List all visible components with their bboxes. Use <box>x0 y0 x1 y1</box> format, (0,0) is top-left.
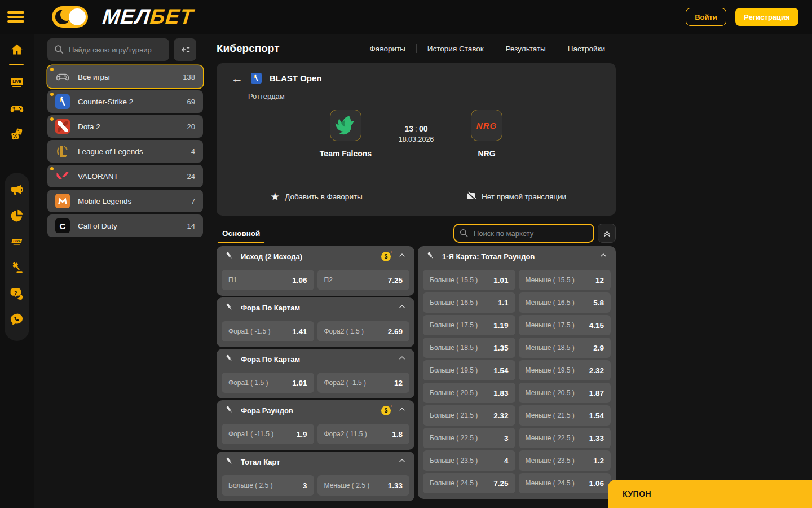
pin-icon[interactable] <box>224 302 234 314</box>
header-link-2[interactable]: История Ставок <box>417 45 495 53</box>
odds-cell[interactable]: Меньше ( 18.5 )2.9 <box>519 338 611 358</box>
back-arrow-icon[interactable]: ← <box>231 72 243 84</box>
collapse-all-markets-icon[interactable] <box>598 224 616 243</box>
odds-cell[interactable]: Больше ( 15.5 )1.01 <box>423 270 515 290</box>
odds-cell[interactable]: Фора2 ( 11.5 )1.8 <box>317 424 410 444</box>
register-button[interactable]: Регистрация <box>735 8 798 26</box>
dice-icon[interactable] <box>9 126 25 142</box>
pin-icon[interactable] <box>426 251 435 262</box>
home-icon[interactable] <box>9 42 25 58</box>
odds-value: 1.06 <box>589 479 604 488</box>
odds-label: Больше ( 18.5 ) <box>430 344 478 352</box>
chevron-up-icon[interactable] <box>398 302 407 313</box>
odds-cell[interactable]: Фора1 ( 1.5 )1.01 <box>222 373 314 393</box>
odds-cell[interactable]: Фора1 ( -11.5 )1.9 <box>222 424 314 444</box>
odds-cell[interactable]: Больше ( 21.5 )2.32 <box>423 405 515 426</box>
odds-cell[interactable]: Меньше ( 16.5 )5.8 <box>519 292 611 313</box>
chevron-up-icon[interactable] <box>398 251 407 262</box>
odds-value: 1.83 <box>493 389 508 397</box>
odds-cell[interactable]: Больше ( 23.5 )4 <box>423 450 515 471</box>
market-header[interactable]: Фора По Картам <box>217 297 414 318</box>
odds-cell[interactable]: Меньше ( 22.5 )1.33 <box>519 428 611 448</box>
market-block-left-1: Исход (2 Исхода)$П11.06П27.25 <box>217 246 414 296</box>
odds-cell[interactable]: Больше ( 20.5 )1.83 <box>423 383 515 403</box>
game-search-input[interactable] <box>47 38 169 61</box>
sidebar-item-ml[interactable]: Mobile Legends7 <box>47 190 203 212</box>
odds-cell[interactable]: Меньше ( 17.5 )4.15 <box>519 315 611 335</box>
chevron-up-icon[interactable] <box>599 251 608 262</box>
market-header[interactable]: 1-Я Карта: Тотал Раундов <box>418 246 616 266</box>
live-tv-icon[interactable]: LIVE <box>9 75 25 90</box>
odds-cell[interactable]: П27.25 <box>317 270 410 290</box>
collapse-sidebar-icon[interactable] <box>174 38 196 61</box>
odds-cell[interactable]: Меньше ( 2.5 )1.33 <box>317 475 410 496</box>
team1: Team Falcons <box>306 110 385 158</box>
header-link-1[interactable]: Фавориты <box>359 45 416 53</box>
market-title: Фора Раундов <box>241 406 293 415</box>
page-title: Киберспорт <box>217 42 280 55</box>
pin-icon[interactable] <box>224 251 234 262</box>
chevron-up-icon[interactable] <box>398 353 407 365</box>
odds-cell[interactable]: Больше ( 19.5 )1.54 <box>423 360 515 380</box>
odds-value: 1.9 <box>297 430 307 439</box>
odds-label: Меньше ( 20.5 ) <box>526 389 575 397</box>
odds-cell[interactable]: Больше ( 24.5 )7.25 <box>423 473 515 493</box>
sidebar-item-all-games[interactable]: Все игры138 <box>47 65 203 88</box>
svg-text:C: C <box>60 221 66 231</box>
sidebar-item-valorant[interactable]: VALORANT24 <box>47 165 203 187</box>
chevron-up-icon[interactable] <box>398 405 407 416</box>
viber-icon[interactable] <box>9 312 25 327</box>
market-header[interactable]: Фора Раундов$ <box>217 400 414 421</box>
odds-cell[interactable]: Больше ( 17.5 )1.19 <box>423 315 515 335</box>
sidebar-item-label: Mobile Legends <box>78 197 131 205</box>
sidebar-item-lol[interactable]: League of Legends4 <box>47 140 203 163</box>
hamburger-menu-icon[interactable] <box>6 9 26 25</box>
odds-cell[interactable]: Меньше ( 23.5 )1.2 <box>519 450 611 471</box>
odds-label: Фора1 ( 1.5 ) <box>228 379 268 387</box>
login-button[interactable]: Войти <box>686 8 726 26</box>
pin-icon[interactable] <box>224 353 234 365</box>
odds-cell[interactable]: Больше ( 16.5 )1.1 <box>423 292 515 313</box>
pin-icon[interactable] <box>224 405 234 417</box>
odds-cell[interactable]: Больше ( 22.5 )3 <box>423 428 515 448</box>
header-link-3[interactable]: Результаты <box>495 45 557 53</box>
odds-cell[interactable]: П11.06 <box>222 270 314 290</box>
tab-main-markets[interactable]: Основной <box>222 229 260 238</box>
gamepad-icon[interactable] <box>9 100 25 116</box>
odds-value: 2.32 <box>493 411 508 420</box>
megaphone-icon[interactable] <box>9 182 25 198</box>
odds-label: Меньше ( 24.5 ) <box>526 479 575 487</box>
live-sport-icon[interactable]: LIVE <box>9 234 25 249</box>
pin-icon[interactable] <box>224 456 234 468</box>
melbet-logo[interactable]: МЕЛБЕТ <box>52 5 193 29</box>
coupon-panel[interactable]: КУПОН <box>608 480 812 508</box>
market-block-right-1: 1-Я Карта: Тотал РаундовБольше ( 15.5 )1… <box>418 246 616 499</box>
sidebar-item-count: 14 <box>187 222 195 230</box>
odds-value: 2.32 <box>589 366 604 375</box>
market-header[interactable]: Тотал Карт <box>217 452 414 472</box>
sidebar-item-cs2[interactable]: Counter-Strike 269 <box>47 90 203 113</box>
odds-cell[interactable]: Меньше ( 24.5 )1.06 <box>519 473 611 493</box>
header-link-4[interactable]: Настройки <box>557 45 616 53</box>
odds-cell[interactable]: Фора2 ( 1.5 )2.69 <box>317 321 410 341</box>
odds-cell[interactable]: Фора2 ( -1.5 )12 <box>317 373 410 393</box>
odds-cell[interactable]: Фора1 ( -1.5 )1.41 <box>222 321 314 341</box>
odds-cell[interactable]: Больше ( 2.5 )3 <box>222 475 314 496</box>
market-search-input[interactable] <box>453 224 594 243</box>
sidebar-item-dota2[interactable]: Dota 220 <box>47 115 203 138</box>
chevron-up-icon[interactable] <box>398 456 407 467</box>
add-to-favorites-button[interactable]: ★ Добавить в Фавориты <box>217 190 416 203</box>
odds-value: 7.25 <box>493 479 508 488</box>
odds-cell[interactable]: Меньше ( 15.5 )12 <box>519 270 611 290</box>
support-chat-icon[interactable]: ? <box>9 286 25 301</box>
odds-cell[interactable]: Меньше ( 21.5 )1.54 <box>519 405 611 426</box>
market-header[interactable]: Фора По Картам <box>217 349 414 369</box>
market-header[interactable]: Исход (2 Исхода)$ <box>217 246 414 266</box>
odds-cell[interactable]: Меньше ( 20.5 )1.87 <box>519 383 611 403</box>
pie-chart-icon[interactable] <box>9 208 25 224</box>
odds-cell[interactable]: Меньше ( 19.5 )2.32 <box>519 360 611 380</box>
sidebar-item-cod[interactable]: CCall of Duty14 <box>47 214 203 237</box>
sidebar-item-count: 7 <box>191 197 195 205</box>
gavel-icon[interactable] <box>9 260 25 275</box>
odds-cell[interactable]: Больше ( 18.5 )1.35 <box>423 338 515 358</box>
